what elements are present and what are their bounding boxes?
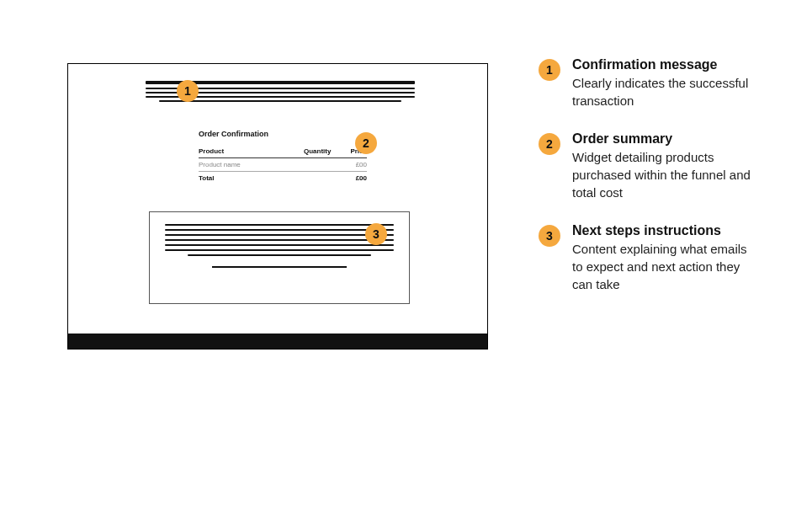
placeholder-line [165,224,394,226]
placeholder-line [165,229,394,231]
order-summary-title: Order Confirmation [199,130,367,138]
order-table-row: Product name £00 [199,158,367,172]
legend-description: Clearly indicates the successful transac… [572,74,757,109]
legend-item-2: 2 Order summary Widget detailing product… [539,131,757,201]
total-price: £00 [342,174,367,182]
footer-bar [68,334,487,349]
col-quantity-header: Quantity [304,147,342,155]
placeholder-line [159,100,401,102]
annotation-marker-1: 1 [177,80,199,102]
product-price: £00 [342,161,367,168]
browser-frame: Order Confirmation Product Quantity Pric… [67,63,488,350]
legend-description: Widget detailing products purchased with… [572,148,757,201]
legend-description: Content explaining what emails to expect… [572,240,757,293]
legend-title: Order summary [572,131,757,147]
placeholder-line [165,239,394,241]
legend-number-icon: 1 [539,59,560,81]
annotation-legend: 1 Confirmation message Clearly indicates… [539,57,757,315]
placeholder-line [188,254,371,256]
total-label: Total [199,174,304,182]
legend-title: Next steps instructions [572,223,757,238]
placeholder-line [165,249,394,251]
placeholder-line [165,234,394,236]
col-product-header: Product [199,147,304,155]
legend-item-3: 3 Next steps instructions Content explai… [539,223,757,293]
placeholder-line [165,244,394,246]
product-name: Product name [199,161,304,168]
wireframe-mockup: Order Confirmation Product Quantity Pric… [67,63,488,350]
order-summary-widget: Order Confirmation Product Quantity Pric… [199,130,367,184]
legend-item-1: 1 Confirmation message Clearly indicates… [539,57,757,109]
annotation-marker-2: 2 [355,132,377,154]
annotation-marker-3: 3 [365,223,387,245]
legend-title: Confirmation message [572,57,757,72]
order-table-total: Total £00 [199,172,367,184]
legend-number-icon: 2 [539,133,560,155]
cta-placeholder [212,266,347,268]
legend-number-icon: 3 [539,225,560,247]
order-table-header: Product Quantity Price [199,145,367,158]
